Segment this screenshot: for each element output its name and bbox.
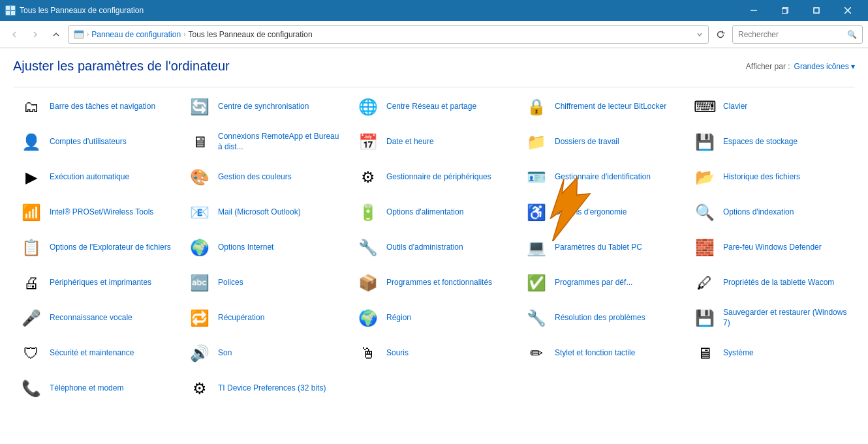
control-item[interactable]: 🔒Chiffrement de lecteur BitLocker: [518, 90, 687, 124]
content-area: Ajuster les paramètres de l'ordinateur A…: [0, 48, 868, 444]
item-label: Souris: [386, 348, 409, 359]
control-item[interactable]: 📋Options de l'Explorateur de fichiers: [13, 231, 181, 265]
path-control-panel[interactable]: Panneau de configuration: [91, 30, 181, 39]
control-item[interactable]: 🖥Système: [687, 336, 855, 370]
control-item[interactable]: ⌨Clavier: [687, 90, 855, 124]
control-item[interactable]: 🌐Centre Réseau et partage: [350, 90, 518, 124]
control-item[interactable]: 🔄Centre de synchronisation: [181, 90, 350, 124]
control-item[interactable]: 🖱Souris: [350, 336, 518, 370]
control-item[interactable]: 📶Intel® PROSet/Wireless Tools: [13, 196, 181, 229]
titlebar-close-button[interactable]: [833, 0, 863, 21]
item-icon: 🎨: [188, 166, 211, 189]
item-label: Historique des fichiers: [723, 172, 800, 183]
control-item[interactable]: 🪪Gestionnaire d'identification: [518, 160, 687, 194]
control-item[interactable]: 📁Dossiers de travail: [518, 125, 687, 159]
control-item[interactable]: 🖊Propriétés de la tablette Wacom: [687, 266, 855, 300]
item-label: Espaces de stockage: [723, 137, 798, 147]
address-bar: › Panneau de configuration › Tous les Pa…: [0, 21, 868, 48]
control-item[interactable]: ✅Programmes par déf...: [518, 266, 687, 300]
control-item[interactable]: 🖨Périphériques et imprimantes: [13, 266, 181, 300]
item-icon: 💻: [525, 236, 548, 259]
control-item[interactable]: 🔧Outils d'administration: [350, 231, 518, 265]
item-icon: ✏: [525, 342, 548, 365]
search-input[interactable]: [738, 30, 847, 39]
item-label: Téléphone et modem: [50, 383, 123, 394]
item-icon: 📅: [356, 130, 380, 154]
control-item[interactable]: ♿Options d'ergonomie: [518, 196, 687, 229]
control-item[interactable]: 🔤Polices: [181, 266, 350, 300]
control-item[interactable]: ✏Stylet et fonction tactile: [518, 336, 687, 370]
search-box[interactable]: 🔍: [732, 25, 863, 44]
svg-rect-1: [11, 6, 15, 10]
item-label: Centre Réseau et partage: [386, 102, 476, 112]
control-item[interactable]: 🔧Résolution des problèmes: [518, 301, 687, 335]
item-label: Options Internet: [218, 243, 273, 253]
items-grid: 🗂Barre des tâches et navigation🔄Centre d…: [13, 90, 855, 406]
svg-rect-3: [11, 11, 15, 15]
item-icon: 🎤: [20, 306, 43, 330]
item-label: Programmes par déf...: [555, 278, 632, 288]
path-current: Tous les Panneaux de configuration: [188, 30, 312, 39]
forward-button[interactable]: [26, 25, 44, 44]
control-item[interactable]: 📧Mail (Microsoft Outlook): [181, 196, 350, 229]
item-icon: ⚙: [356, 166, 380, 189]
control-item[interactable]: 🌍Options Internet: [181, 231, 350, 265]
control-item[interactable]: 📂Historique des fichiers: [687, 160, 855, 194]
control-item[interactable]: 🖥Connexions RemoteApp et Bureau à dist..…: [181, 125, 350, 159]
back-button[interactable]: [5, 25, 23, 44]
control-item[interactable]: 🔍Options d'indexation: [687, 196, 855, 229]
control-item[interactable]: 💻Paramètres du Tablet PC: [518, 231, 687, 265]
control-item[interactable]: 🧱Pare-feu Windows Defender: [687, 231, 855, 265]
control-item[interactable]: 🔋Options d'alimentation: [350, 196, 518, 229]
up-button[interactable]: [47, 25, 65, 44]
item-label: Gestion des couleurs: [218, 172, 292, 183]
item-icon: 🗂: [20, 95, 43, 119]
control-item[interactable]: 🔁Récupération: [181, 301, 350, 335]
control-item[interactable]: ▶Exécution automatique: [13, 160, 181, 194]
item-label: Reconnaissance vocale: [50, 313, 132, 323]
titlebar-title: Tous les Panneaux de configuration: [20, 6, 739, 15]
titlebar-maximize-button[interactable]: [801, 0, 831, 21]
refresh-button[interactable]: [711, 25, 730, 44]
control-item[interactable]: 🎤Reconnaissance vocale: [13, 301, 181, 335]
item-icon: 📧: [188, 201, 211, 224]
item-icon: 🌍: [356, 306, 380, 330]
path-arrow-2: ›: [183, 31, 185, 38]
control-item[interactable]: 📦Programmes et fonctionnalités: [350, 266, 518, 300]
item-label: Exécution automatique: [50, 172, 129, 183]
item-label: Options d'ergonomie: [555, 207, 627, 218]
control-item[interactable]: 💾Sauvegarder et restaurer (Windows 7): [687, 301, 855, 335]
item-icon: 🔤: [188, 271, 211, 295]
svg-rect-4: [751, 10, 757, 11]
item-icon: 🔊: [188, 342, 211, 365]
control-item[interactable]: 📅Date et heure: [350, 125, 518, 159]
item-icon: 👤: [20, 130, 43, 154]
control-item[interactable]: 🔊Son: [181, 336, 350, 370]
item-icon: 🖨: [20, 271, 43, 295]
control-item[interactable]: 🌍Région: [350, 301, 518, 335]
svg-rect-11: [74, 31, 84, 33]
item-label: Pare-feu Windows Defender: [723, 243, 822, 253]
item-icon: 🛡: [20, 342, 43, 365]
item-icon: 💾: [693, 130, 717, 154]
view-by-value[interactable]: Grandes icônes ▾: [794, 62, 855, 71]
item-label: Options de l'Explorateur de fichiers: [50, 243, 171, 253]
item-label: Options d'alimentation: [386, 207, 463, 218]
titlebar-minimize-button[interactable]: [739, 0, 769, 21]
control-item[interactable]: 💾Espaces de stockage: [687, 125, 855, 159]
control-item[interactable]: 🎨Gestion des couleurs: [181, 160, 350, 194]
item-icon: 🔧: [356, 236, 380, 259]
item-icon: 🔍: [693, 201, 717, 224]
titlebar-controls: [739, 0, 863, 21]
item-icon: 🖥: [693, 342, 717, 365]
item-icon: 💾: [693, 306, 717, 330]
control-item[interactable]: ⚙Gestionnaire de périphériques: [350, 160, 518, 194]
control-item[interactable]: 👤Comptes d'utilisateurs: [13, 125, 181, 159]
control-item[interactable]: 📞Téléphone et modem: [13, 372, 181, 406]
item-label: Options d'indexation: [723, 207, 794, 218]
address-path: › Panneau de configuration › Tous les Pa…: [68, 25, 709, 44]
control-item[interactable]: 🛡Sécurité et maintenance: [13, 336, 181, 370]
titlebar-restore-button[interactable]: [770, 0, 800, 21]
control-item[interactable]: ⚙TI Device Preferences (32 bits): [181, 372, 350, 406]
control-item[interactable]: 🗂Barre des tâches et navigation: [13, 90, 181, 124]
